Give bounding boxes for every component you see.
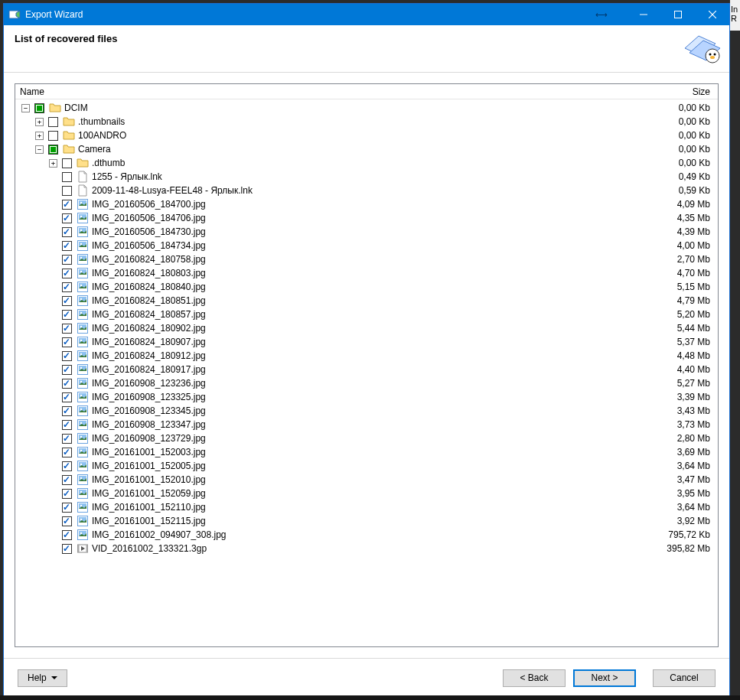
checkbox[interactable]: [62, 365, 72, 375]
checkbox[interactable]: [62, 406, 72, 416]
titlebar[interactable]: Export Wizard ⟷: [4, 4, 729, 25]
tree-row[interactable]: IMG_20160908_123345.jpg3,43 Mb: [15, 404, 718, 418]
tree-row[interactable]: IMG_20160506_184700.jpg4,09 Mb: [15, 197, 718, 211]
checkbox[interactable]: [48, 145, 58, 155]
expander-icon: [49, 531, 57, 539]
tree-row[interactable]: IMG_20161001_152005.jpg3,64 Mb: [15, 459, 718, 473]
tree-row[interactable]: +.dthumb0,00 Kb: [15, 156, 718, 170]
checkbox[interactable]: [62, 475, 72, 485]
cancel-button[interactable]: Cancel: [653, 669, 716, 687]
next-button[interactable]: Next >: [573, 669, 636, 687]
checkbox[interactable]: [62, 434, 72, 444]
tree-row[interactable]: IMG_20160824_180902.jpg5,44 Mb: [15, 321, 718, 335]
tree-row[interactable]: −DCIM0,00 Kb: [15, 101, 718, 115]
tree-row[interactable]: 2009-11-48-Lusya-FEEL48 - Ярлык.lnk0,59 …: [15, 184, 718, 197]
tree-row[interactable]: −Camera0,00 Kb: [15, 142, 718, 156]
checkbox[interactable]: [62, 337, 72, 347]
checkbox[interactable]: [62, 241, 72, 251]
expander-icon[interactable]: −: [21, 104, 30, 112]
checkbox[interactable]: [62, 227, 72, 237]
expander-icon[interactable]: +: [35, 118, 44, 126]
expander-icon[interactable]: +: [35, 132, 44, 140]
checkbox[interactable]: [62, 420, 72, 430]
checkbox[interactable]: [34, 103, 44, 113]
checkbox[interactable]: [62, 310, 72, 320]
tree-item-label: IMG_20160824_180912.jpg: [91, 350, 657, 361]
tree-row[interactable]: IMG_20160824_180917.jpg4,40 Mb: [15, 363, 718, 376]
column-header-size[interactable]: Size: [657, 86, 718, 97]
image-icon: [77, 198, 89, 210]
maximize-button[interactable]: [660, 4, 695, 25]
tree-item-label: IMG_20160824_180851.jpg: [91, 295, 657, 306]
checkbox[interactable]: [62, 186, 72, 196]
tree-row[interactable]: IMG_20161001_152059.jpg3,95 Mb: [15, 487, 718, 500]
checkbox[interactable]: [48, 117, 58, 127]
checkbox[interactable]: [62, 448, 72, 457]
column-header-name[interactable]: Name: [15, 86, 657, 97]
help-button[interactable]: Help: [18, 669, 67, 687]
checkbox[interactable]: [62, 489, 72, 499]
checkbox[interactable]: [62, 392, 72, 402]
checkbox[interactable]: [62, 296, 72, 306]
tree-row[interactable]: IMG_20160506_184734.jpg4,00 Mb: [15, 239, 718, 252]
tree-item-label: IMG_20160824_180917.jpg: [91, 364, 657, 375]
tree-row[interactable]: 1255 - Ярлык.lnk0,49 Kb: [15, 170, 718, 184]
tree-item-label: IMG_20160908_123347.jpg: [91, 419, 657, 430]
expander-icon[interactable]: +: [49, 159, 57, 168]
checkbox[interactable]: [62, 351, 72, 361]
checkbox[interactable]: [62, 172, 72, 182]
tree-item-size: 2,80 Mb: [657, 433, 718, 444]
checkbox[interactable]: [62, 269, 72, 278]
svg-point-31: [80, 285, 82, 286]
tree-row[interactable]: IMG_20160824_180857.jpg5,20 Mb: [15, 308, 718, 321]
checkbox[interactable]: [62, 282, 72, 292]
tree-row[interactable]: IMG_20161001_152010.jpg3,47 Mb: [15, 473, 718, 487]
svg-point-64: [80, 436, 82, 438]
folder-icon: [63, 129, 75, 142]
checkbox[interactable]: [62, 324, 72, 334]
expander-icon: [49, 256, 57, 264]
checkbox[interactable]: [62, 530, 72, 540]
checkbox[interactable]: [62, 461, 72, 471]
checkbox[interactable]: [62, 158, 72, 168]
tree-row[interactable]: IMG_20160824_180758.jpg2,70 Mb: [15, 252, 718, 266]
checkbox[interactable]: [62, 516, 72, 526]
tree-row[interactable]: IMG_20160908_123325.jpg3,39 Mb: [15, 390, 718, 404]
tree-row[interactable]: IMG_20160908_123729.jpg2,80 Mb: [15, 431, 718, 445]
expander-icon: [49, 338, 57, 347]
tree-row[interactable]: IMG_20161001_152110.jpg3,64 Mb: [15, 500, 718, 514]
tree-row[interactable]: IMG_20160908_123347.jpg3,73 Mb: [15, 418, 718, 431]
image-icon: [77, 308, 89, 321]
tree-row[interactable]: IMG_20160908_123236.jpg5,27 Mb: [15, 376, 718, 390]
tree-item-label: 1255 - Ярлык.lnk: [91, 171, 657, 182]
tree-row[interactable]: IMG_20160824_180803.jpg4,70 Mb: [15, 266, 718, 280]
checkbox[interactable]: [48, 131, 58, 141]
tree-body[interactable]: −DCIM0,00 Kb+.thumbnails0,00 Kb+100ANDRO…: [15, 99, 718, 646]
checkbox[interactable]: [62, 200, 72, 210]
expander-icon: [49, 462, 57, 470]
tree-item-label: IMG_20161001_152003.jpg: [91, 447, 657, 457]
tree-row[interactable]: +.thumbnails0,00 Kb: [15, 115, 718, 129]
back-button[interactable]: < Back: [503, 669, 566, 687]
tree-row[interactable]: +100ANDRO0,00 Kb: [15, 129, 718, 142]
tree-row[interactable]: IMG_20160824_180912.jpg4,48 Mb: [15, 349, 718, 363]
tree-item-size: 5,27 Mb: [657, 378, 718, 389]
checkbox[interactable]: [62, 503, 72, 513]
close-button[interactable]: [695, 4, 729, 25]
minimize-button[interactable]: [626, 4, 660, 25]
tree-row[interactable]: IMG_20160824_180907.jpg5,37 Mb: [15, 335, 718, 349]
tree-row[interactable]: IMG_20160506_184730.jpg4,39 Mb: [15, 225, 718, 239]
checkbox[interactable]: [62, 544, 72, 554]
checkbox[interactable]: [62, 255, 72, 265]
tree-row[interactable]: IMG_20160824_180840.jpg5,15 Mb: [15, 280, 718, 294]
expander-icon[interactable]: −: [35, 145, 44, 154]
tree-row[interactable]: IMG_20161001_152115.jpg3,92 Mb: [15, 514, 718, 528]
tree-row[interactable]: IMG_20160824_180851.jpg4,79 Mb: [15, 294, 718, 308]
tree-row[interactable]: IMG_20160506_184706.jpg4,35 Mb: [15, 211, 718, 225]
checkbox[interactable]: [62, 213, 72, 223]
expander-icon: [49, 324, 57, 333]
checkbox[interactable]: [62, 379, 72, 389]
tree-row[interactable]: VID_20161002_133321.3gp395,82 Mb: [15, 542, 718, 555]
tree-row[interactable]: IMG_20161002_094907_308.jpg795,72 Kb: [15, 528, 718, 542]
tree-row[interactable]: IMG_20161001_152003.jpg3,69 Mb: [15, 445, 718, 459]
